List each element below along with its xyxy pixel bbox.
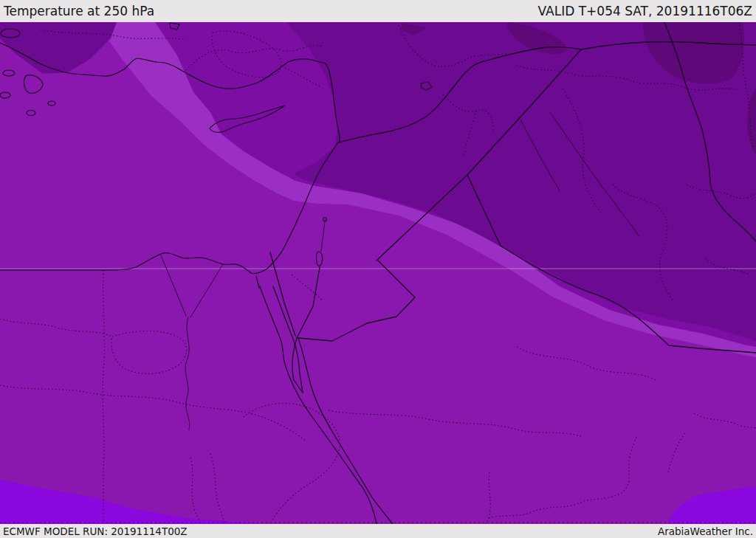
footer-bar: ECMWF MODEL RUN: 20191114T00Z ArabiaWeat… (0, 524, 756, 538)
valid-time-label: VALID T+054 SAT, 20191116T06Z (538, 4, 752, 18)
weather-app-window: Temperature at 250 hPa VALID T+054 SAT, … (0, 0, 756, 538)
brand-label: ArabiaWeather Inc. (658, 525, 753, 537)
weather-map (0, 22, 756, 524)
model-run-label: ECMWF MODEL RUN: 20191114T00Z (3, 525, 188, 537)
header-bar: Temperature at 250 hPa VALID T+054 SAT, … (0, 0, 756, 22)
page-title: Temperature at 250 hPa (4, 4, 154, 18)
temperature-map-canvas (0, 22, 756, 524)
